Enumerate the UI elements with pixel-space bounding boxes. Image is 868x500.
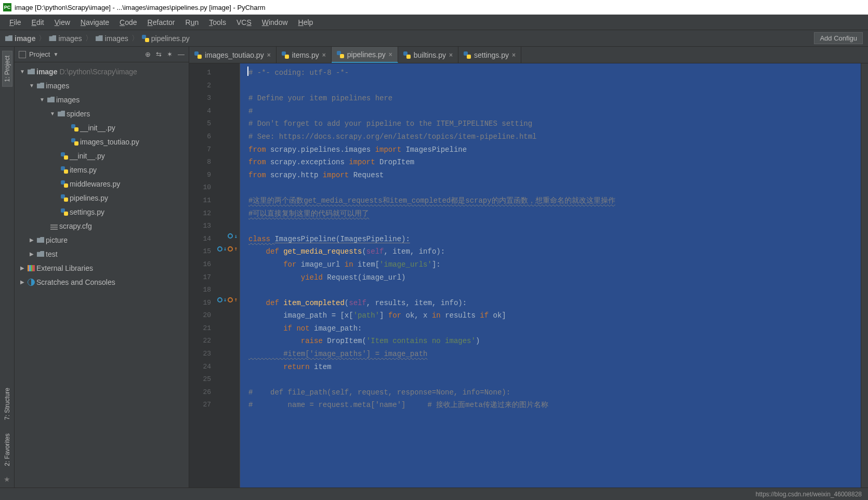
editor-tabs: images_toutiao.py× items.py× pipelines.p… (189, 47, 868, 63)
python-file-icon (61, 152, 68, 160)
override-down-icon[interactable] (217, 246, 222, 252)
folder-icon (49, 35, 56, 41)
dropdown-caret-icon[interactable]: ▼ (53, 51, 58, 57)
breadcrumb-item[interactable]: pipelines.py (142, 34, 190, 43)
code-editor[interactable]: # -*- coding: utf-8 -*- # Define your it… (247, 63, 861, 488)
python-file-icon (61, 208, 68, 216)
tree-item-file[interactable]: __init__.py (15, 121, 189, 135)
tree-item-file[interactable]: __init__.py (15, 149, 189, 163)
menu-help[interactable]: Help (293, 18, 319, 27)
add-configuration-button[interactable]: Add Configu (814, 32, 863, 44)
python-file-icon (403, 51, 411, 59)
project-tree[interactable]: ▼imageD:\python\Scrapy\image ▼images ▼im… (15, 62, 189, 488)
close-icon[interactable]: × (322, 51, 326, 59)
locate-icon[interactable]: ⊕ (145, 50, 151, 58)
tree-item-file[interactable]: pipelines.py (15, 191, 189, 205)
tree-item-folder[interactable]: ▶test (15, 247, 189, 261)
tree-item-file[interactable]: images_toutiao.py (15, 135, 189, 149)
left-tool-gutter: 1: Project 7: Structure 2: Favorites ★ (0, 47, 15, 488)
editor-tab[interactable]: settings.py× (458, 47, 521, 63)
menu-tools[interactable]: Tools (204, 18, 231, 27)
statusbar: https://blog.csdn.net/weixin_46008828 (0, 488, 868, 500)
menu-vcs[interactable]: VCS (231, 18, 257, 27)
editor-tab[interactable]: items.py× (277, 47, 332, 63)
python-file-icon (282, 51, 289, 59)
folder-icon (37, 83, 44, 88)
config-file-icon (50, 227, 58, 228)
line-number-gutter: 1234567891011121314151617181920212223242… (189, 63, 215, 488)
editor-area: images_toutiao.py× items.py× pipelines.p… (189, 47, 868, 488)
tree-item-file[interactable]: settings.py (15, 205, 189, 219)
folder-icon (37, 251, 44, 257)
tree-item-folder[interactable]: ▼images (15, 93, 189, 107)
menubar: File Edit View Navigate Code Refactor Ru… (0, 15, 868, 30)
navbar: image 〉 images 〉 images 〉 pipelines.py A… (0, 30, 868, 47)
breadcrumb-item[interactable]: images (49, 34, 82, 43)
tool-tab-structure[interactable]: 7: Structure (2, 383, 12, 425)
editor-tab[interactable]: pipelines.py× (332, 47, 398, 63)
text-cursor (247, 67, 248, 76)
hide-icon[interactable]: — (178, 50, 185, 58)
breadcrumb-item[interactable]: images (96, 34, 128, 43)
project-panel-title: Project (29, 50, 50, 58)
menu-refactor[interactable]: Refactor (142, 18, 180, 27)
folder-icon (37, 237, 44, 243)
close-icon[interactable]: × (512, 51, 516, 59)
python-file-icon (71, 124, 78, 131)
folder-icon (28, 69, 35, 74)
watermark-text: https://blog.csdn.net/weixin_46008828 (756, 491, 862, 498)
collapse-icon[interactable]: ⇆ (156, 50, 162, 58)
folder-icon (5, 35, 12, 41)
fold-gutter[interactable] (240, 63, 247, 488)
override-up-icon[interactable] (228, 297, 233, 302)
override-down-icon[interactable] (217, 297, 222, 302)
python-file-icon (61, 194, 68, 202)
menu-window[interactable]: Window (257, 18, 293, 27)
menu-view[interactable]: View (49, 18, 75, 27)
python-file-icon (142, 35, 149, 42)
override-down-icon[interactable] (228, 233, 233, 239)
project-scope-icon[interactable] (19, 51, 26, 58)
folder-icon (96, 35, 103, 41)
menu-file[interactable]: File (4, 18, 27, 27)
tree-item-scratches[interactable]: ▶Scratches and Consoles (15, 275, 189, 289)
scrollbar-overview[interactable] (861, 63, 868, 488)
editor-tab[interactable]: images_toutiao.py× (189, 47, 277, 63)
gear-icon[interactable]: ✶ (167, 50, 173, 58)
scratches-icon (28, 279, 35, 286)
close-icon[interactable]: × (449, 51, 453, 59)
menu-navigate[interactable]: Navigate (75, 18, 114, 27)
tool-tab-favorites[interactable]: 2: Favorites (2, 429, 12, 471)
tree-item-external-libs[interactable]: ▶External Libraries (15, 261, 189, 275)
tree-item-folder[interactable]: ▼spiders (15, 107, 189, 121)
chevron-right-icon: 〉 (38, 34, 46, 43)
python-file-icon (464, 51, 471, 59)
chevron-right-icon: 〉 (85, 34, 93, 43)
tree-item-folder[interactable]: ▼images (15, 78, 189, 93)
python-file-icon (61, 180, 68, 188)
tool-tab-project[interactable]: 1: Project (2, 51, 12, 87)
tree-item-folder[interactable]: ▶picture (15, 233, 189, 247)
tree-item-file[interactable]: middlewares.py (15, 177, 189, 191)
window-title: image [D:\python\Scrapy\image] - ...\ima… (15, 4, 266, 11)
override-up-icon[interactable] (228, 246, 233, 252)
menu-run[interactable]: Run (180, 18, 204, 27)
breadcrumb-item[interactable]: image (5, 34, 35, 43)
pycharm-icon: PC (3, 3, 11, 11)
main: 1: Project 7: Structure 2: Favorites ★ P… (0, 47, 868, 488)
close-icon[interactable]: × (267, 51, 271, 59)
tree-item-file[interactable]: items.py (15, 163, 189, 177)
editor-tab[interactable]: builtins.py× (398, 47, 458, 63)
breadcrumb: image 〉 images 〉 images 〉 pipelines.py (5, 34, 190, 43)
menu-edit[interactable]: Edit (27, 18, 49, 27)
menu-code[interactable]: Code (114, 18, 142, 27)
chevron-right-icon: 〉 (131, 34, 139, 43)
python-file-icon (71, 138, 78, 146)
tree-item-root[interactable]: ▼imageD:\python\Scrapy\image (15, 64, 189, 78)
editor-body: 1234567891011121314151617181920212223242… (189, 63, 868, 488)
star-icon: ★ (4, 475, 10, 488)
close-icon[interactable]: × (389, 51, 392, 58)
project-panel: Project ▼ ⊕ ⇆ ✶ — ▼imageD:\python\Scrapy… (15, 47, 189, 488)
libraries-icon (28, 265, 35, 271)
tree-item-file[interactable]: scrapy.cfg (15, 219, 189, 233)
